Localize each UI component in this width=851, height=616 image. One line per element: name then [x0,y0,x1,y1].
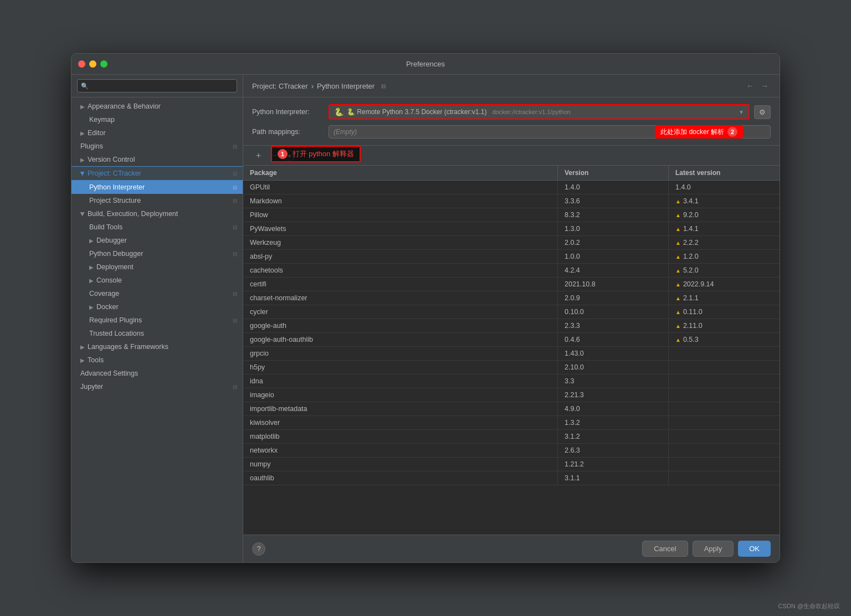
table-row[interactable]: h5py 2.10.0 [243,361,780,374]
col-latest: Latest version [669,166,780,180]
sidebar-item-tools[interactable]: ▶ Tools [71,353,243,367]
pkg-version: 3.1.2 [558,430,669,443]
ok-button[interactable]: OK [738,541,771,557]
path-mappings-text: (Empty) [334,128,357,136]
path-mappings-label: Path mappings: [252,128,324,136]
sidebar-item-keymap[interactable]: Keymap [71,113,243,126]
nav-forward-button[interactable]: → [758,80,771,91]
interpreter-value-dropdown[interactable]: 🐍 🐍 Remote Python 3.7.5 Docker (ctracker… [329,104,750,120]
table-row[interactable]: Markdown 3.3.6 ▲ 3.4.1 [243,194,780,208]
table-row[interactable]: PyWavelets 1.3.0 ▲ 1.4.1 [243,222,780,236]
nav-back-button[interactable]: ← [744,80,756,91]
path-annotation-text: 此处添加 docker 解析 [660,127,724,137]
pkg-name: imageio [243,388,558,402]
pkg-version: 3.1.1 [558,471,669,485]
table-row[interactable]: charset-normalizer 2.0.9 ▲ 2.1.1 [243,291,780,305]
pkg-latest [669,402,780,415]
table-row[interactable]: certifi 2021.10.8 ▲ 2022.9.14 [243,278,780,291]
sidebar-item-python-debugger[interactable]: Python Debugger ⊟ [71,247,243,260]
pkg-name: cycler [243,305,558,319]
table-row[interactable]: google-auth-oauthlib 0.4.6 ▲ 0.5.3 [243,333,780,347]
pkg-version: 2.0.9 [558,291,669,305]
pkg-name: networkx [243,444,558,457]
sidebar-item-docker[interactable]: ▶ Docker [71,300,243,314]
arrow-icon: ▶ [89,264,94,270]
table-row[interactable]: Pillow 8.3.2 ▲ 9.2.0 [243,208,780,222]
table-row[interactable]: oauthlib 3.1.1 [243,471,780,485]
interpreter-section: Python Interpreter: 🐍 🐍 Remote Python 3.… [243,97,780,146]
pkg-name: oauthlib [243,471,558,485]
apply-button[interactable]: Apply [693,541,734,557]
table-row[interactable]: matplotlib 3.1.2 [243,430,780,444]
sidebar-item-label: Editor [88,129,237,137]
table-row[interactable]: importlib-metadata 4.9.0 [243,402,780,416]
pkg-latest: ▲ 3.4.1 [669,194,780,208]
sidebar-item-label: Required Plugins [89,316,233,324]
sidebar-item-plugins[interactable]: Plugins ⊟ [71,140,243,153]
table-row[interactable]: google-auth 2.3.3 ▲ 2.11.0 [243,319,780,333]
sync-icon: ⊟ [233,251,237,257]
sidebar-item-editor[interactable]: ▶ Editor [71,126,243,140]
sidebar-item-languages-frameworks[interactable]: ▶ Languages & Frameworks [71,340,243,353]
sidebar-item-jupyter[interactable]: Jupyter ⊟ [71,380,243,393]
pkg-version: 1.3.2 [558,416,669,429]
window-title: Preferences [406,60,445,68]
pkg-latest [669,361,780,374]
pkg-latest [669,444,780,457]
sidebar-item-coverage[interactable]: Coverage ⊟ [71,287,243,300]
table-row[interactable]: imageio 2.21.3 [243,388,780,402]
sidebar-item-advanced-settings[interactable]: Advanced Settings [71,367,243,380]
table-row[interactable]: GPUtil 1.4.0 1.4.0 [243,181,780,194]
breadcrumb-separator: › [311,82,314,90]
search-input[interactable] [77,79,237,93]
main-panel: Project: CTracker › Python Interpreter ⊟… [243,75,780,562]
sidebar-item-label: Advanced Settings [80,369,237,377]
sidebar-item-console[interactable]: ▶ Console [71,274,243,287]
table-row[interactable]: numpy 1.21.2 [243,458,780,471]
sidebar-item-label: Jupyter [80,383,233,391]
table-row[interactable]: idna 3.3 [243,374,780,388]
table-row[interactable]: cachetools 4.2.4 ▲ 5.2.0 [243,264,780,278]
table-row[interactable]: networkx 2.6.3 [243,444,780,458]
sidebar-item-build-tools[interactable]: Build Tools ⊟ [71,220,243,234]
sync-icon: ⊟ [233,171,237,177]
sidebar-item-trusted-locations[interactable]: Trusted Locations [71,327,243,340]
sidebar-item-deployment[interactable]: ▶ Deployment [71,260,243,274]
minimize-button[interactable] [89,60,96,68]
sidebar-item-build-execution[interactable]: ▶ Build, Execution, Deployment [71,207,243,220]
sync-icon: ⊟ [233,291,237,297]
sidebar-item-project-ctracker[interactable]: ▶ Project: CTracker ⊟ [71,166,243,181]
sidebar-item-version-control[interactable]: ▶ Version Control [71,153,243,166]
sidebar: 🔍 ▶ Appearance & Behavior Keymap ▶ Edito… [71,75,243,562]
interpreter-settings-button[interactable]: ⚙ [754,105,771,119]
pkg-name: importlib-metadata [243,402,558,415]
cancel-button[interactable]: Cancel [642,541,688,557]
arrow-icon: ▶ [89,304,94,310]
sidebar-item-label: Appearance & Behavior [88,102,237,110]
interpreter-docker-path: docker://ctracker:v1.1/python [492,109,570,115]
table-row[interactable]: Werkzeug 2.0.2 ▲ 2.2.2 [243,236,780,250]
table-row[interactable]: kiwisolver 1.3.2 [243,416,780,430]
maximize-button[interactable] [100,60,107,68]
help-button[interactable]: ? [252,542,265,556]
sidebar-item-project-structure[interactable]: Project Structure ⊟ [71,194,243,207]
table-row[interactable]: grpcio 1.43.0 [243,347,780,361]
sidebar-item-required-plugins[interactable]: Required Plugins ⊟ [71,314,243,327]
sidebar-item-label: Languages & Frameworks [88,343,237,351]
table-row[interactable]: absl-py 1.0.0 ▲ 1.2.0 [243,250,780,264]
sidebar-item-label: Version Control [88,156,237,163]
add-package-button[interactable]: ＋ [252,149,265,162]
table-header: Package Version Latest version [243,166,780,181]
close-button[interactable] [78,60,85,68]
pkg-latest: ▲ 0.5.3 [669,333,780,346]
pkg-name: idna [243,374,558,388]
table-row[interactable]: cycler 0.10.0 ▲ 0.11.0 [243,305,780,319]
sidebar-item-python-interpreter[interactable]: Python Interpreter ⊟ [71,181,243,194]
sidebar-item-label: Plugins [80,142,233,150]
sidebar-item-appearance[interactable]: ▶ Appearance & Behavior [71,100,243,113]
bottom-bar: ? Cancel Apply OK [243,535,780,562]
sidebar-item-debugger[interactable]: ▶ Debugger [71,234,243,247]
pkg-name: google-auth [243,319,558,332]
pkg-latest: ▲ 0.11.0 [669,305,780,319]
sidebar-item-label: Build, Execution, Deployment [88,210,237,218]
